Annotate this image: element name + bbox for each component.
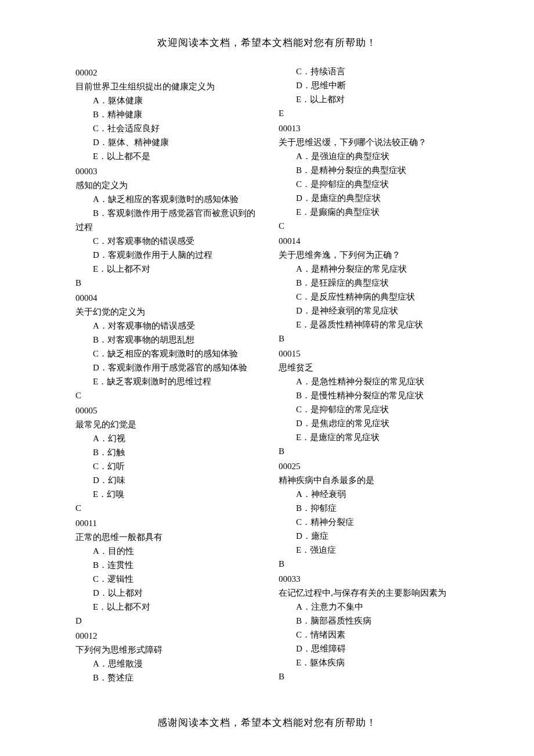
answer: B bbox=[279, 557, 459, 571]
option-letter: B． bbox=[93, 335, 107, 344]
question-stem: 关于思维奔逸，下列何为正确？ bbox=[279, 248, 459, 262]
option-letter: C． bbox=[296, 292, 311, 301]
option-text: 是反应性精神病的典型症状 bbox=[311, 292, 415, 301]
question-stem: 最常见的幻觉是 bbox=[75, 417, 255, 431]
option-letter: D． bbox=[93, 363, 108, 372]
question-id: 00011 bbox=[75, 516, 255, 530]
option-text: 逻辑性 bbox=[107, 574, 134, 584]
option-letter: D． bbox=[296, 193, 311, 203]
option-text: 强迫症 bbox=[310, 545, 336, 555]
option-text: 以上都不对 bbox=[107, 264, 150, 273]
option-b-continuation: 过程 bbox=[75, 220, 255, 234]
option-b: B．赘述症 bbox=[84, 671, 255, 685]
page-header: 欢迎阅读本文档，希望本文档能对您有所帮助！ bbox=[75, 35, 459, 51]
option-text: 以上都对 bbox=[310, 95, 345, 104]
option-text: 对客观事物的胡思乱想 bbox=[107, 335, 194, 344]
option-e: E．强迫症 bbox=[287, 543, 459, 557]
option-text: 思维中断 bbox=[311, 81, 346, 90]
option-text: 幻触 bbox=[107, 448, 125, 457]
right-column: C．持续语言 D．思维中断 E．以上都对 E 00013 关于思维迟缓，下列哪个… bbox=[279, 64, 459, 685]
option-text: 是抑郁症的典型症状 bbox=[311, 179, 389, 189]
option-text: 以上都不对 bbox=[107, 602, 150, 611]
option-letter: B． bbox=[296, 391, 311, 400]
option-text: 是癔症的典型症状 bbox=[311, 193, 381, 203]
option-letter: E． bbox=[296, 320, 310, 329]
question-stem: 在记忆过程中,与保存有关的主要影响因素为 bbox=[279, 586, 459, 600]
question-stem: 正常的思维一般都具有 bbox=[75, 530, 255, 544]
option-d: D．思维障碍 bbox=[287, 642, 459, 656]
option-text: 思维障碍 bbox=[311, 644, 346, 653]
question-id: 00033 bbox=[279, 572, 459, 586]
question-stem: 关于幻觉的定义为 bbox=[75, 305, 255, 319]
option-a: A．缺乏相应的客观刺激时的感知体验 bbox=[84, 192, 255, 206]
option-e: E．以上都不对 bbox=[84, 262, 255, 276]
option-text: 客观刺激作用于人脑的过程 bbox=[108, 250, 212, 260]
option-letter: C． bbox=[93, 574, 107, 584]
option-text: 是精神分裂症的典型症状 bbox=[311, 165, 406, 175]
question-id: 00015 bbox=[279, 347, 459, 361]
question-id: 00005 bbox=[75, 404, 255, 417]
option-e: E．是器质性精神障碍的常见症状 bbox=[287, 318, 459, 332]
option-e: E．以上都对 bbox=[287, 92, 459, 106]
option-text: 是癔症的常见症状 bbox=[310, 433, 380, 442]
option-d: D．客观刺激作用于人脑的过程 bbox=[84, 248, 255, 262]
option-text: 连贯性 bbox=[107, 560, 134, 570]
option-letter: A． bbox=[93, 434, 108, 443]
option-text: 是强迫症的典型症状 bbox=[311, 152, 389, 161]
answer: B bbox=[75, 276, 255, 290]
option-letter: C． bbox=[296, 67, 311, 76]
option-letter: A． bbox=[93, 195, 108, 204]
option-letter: B． bbox=[296, 503, 311, 513]
option-text: 缺乏相应的客观刺激时的感知体验 bbox=[108, 195, 239, 204]
question-id: 00012 bbox=[75, 629, 255, 643]
question-id: 00004 bbox=[75, 291, 255, 305]
option-c: C．是抑郁症的典型症状 bbox=[287, 177, 459, 191]
option-c: C．持续语言 bbox=[287, 64, 459, 78]
option-e: E．是癫痫的典型症状 bbox=[287, 205, 459, 219]
option-letter: C． bbox=[296, 405, 311, 414]
option-text: 是狂躁症的典型症状 bbox=[311, 278, 389, 287]
option-b: B．是狂躁症的典型症状 bbox=[287, 276, 459, 290]
answer: B bbox=[279, 669, 459, 683]
option-text: 是精神分裂症的常见症状 bbox=[311, 264, 407, 273]
option-e: E．以上都不对 bbox=[84, 600, 255, 614]
option-letter: B． bbox=[296, 165, 311, 175]
answer: E bbox=[279, 106, 459, 120]
option-letter: B． bbox=[93, 448, 107, 457]
option-letter: E． bbox=[296, 207, 310, 217]
option-e: E．以上都不是 bbox=[84, 149, 255, 163]
option-e: E．幻嗅 bbox=[84, 487, 255, 501]
option-text: 脑部器质性疾病 bbox=[311, 616, 371, 625]
option-letter: B． bbox=[93, 208, 107, 218]
option-c: C．对客观事物的错误感受 bbox=[84, 234, 255, 248]
option-d: D．客观刺激作用于感觉器官的感知体验 bbox=[84, 361, 255, 375]
option-letter: C． bbox=[296, 630, 311, 639]
option-text: 是抑郁症的常见症状 bbox=[311, 405, 389, 414]
answer: C bbox=[279, 219, 459, 233]
option-letter: D． bbox=[296, 306, 311, 315]
option-b: B．对客观事物的胡思乱想 bbox=[84, 333, 255, 347]
option-letter: A． bbox=[93, 659, 108, 668]
option-letter: E． bbox=[93, 377, 107, 386]
option-text: 抑郁症 bbox=[311, 503, 337, 513]
option-b: B．脑部器质性疾病 bbox=[287, 614, 459, 628]
option-text: 缺乏客观刺激时的思维过程 bbox=[107, 377, 211, 386]
option-c: C．社会适应良好 bbox=[84, 121, 255, 135]
option-c: C．精神分裂症 bbox=[287, 515, 459, 529]
option-text: 幻味 bbox=[108, 476, 125, 485]
option-text: 是慢性精神分裂症的常见症状 bbox=[311, 391, 424, 400]
option-text: 情绪因素 bbox=[311, 630, 345, 639]
option-d: D．是神经衰弱的常见症状 bbox=[287, 304, 459, 318]
option-letter: A． bbox=[296, 489, 311, 499]
option-text: 以上都对 bbox=[108, 588, 143, 597]
option-text: 赘述症 bbox=[107, 673, 134, 682]
option-letter: E． bbox=[296, 433, 310, 442]
option-text: 思维散漫 bbox=[108, 659, 143, 668]
option-b: B．幻触 bbox=[84, 445, 255, 459]
option-b: B．是慢性精神分裂症的常见症状 bbox=[287, 388, 459, 402]
option-text: 精神健康 bbox=[107, 110, 142, 119]
option-text: 持续语言 bbox=[311, 67, 345, 76]
option-a: A．是强迫症的典型症状 bbox=[287, 149, 459, 163]
option-a: A．躯体健康 bbox=[84, 93, 255, 107]
option-e: E．躯体疾病 bbox=[287, 656, 459, 669]
